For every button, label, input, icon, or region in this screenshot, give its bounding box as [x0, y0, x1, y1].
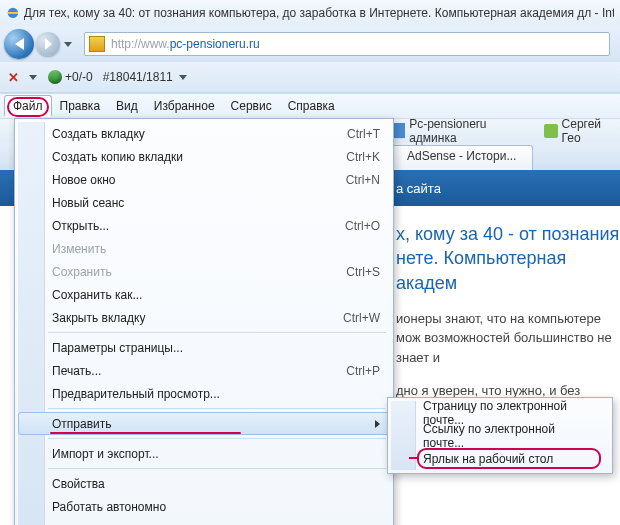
menu-item-label: Новое окно [52, 173, 346, 187]
menu-item-label: Работать автономно [52, 500, 380, 514]
bookmark-item[interactable]: Pc-pensioneru админка [390, 117, 530, 145]
file-menu-item[interactable]: Создать копию вкладкиCtrl+K [18, 145, 390, 168]
menu-item-label: Печать... [52, 364, 346, 378]
menu-item-label: Отправить [52, 417, 367, 431]
menu-item-label: Закрыть вкладку [52, 311, 343, 325]
chevron-down-icon [29, 75, 37, 80]
file-menu-item: СохранитьCtrl+S [18, 260, 390, 283]
menu-item-label: Ярлык на рабочий стол [423, 452, 553, 466]
bookmark-item[interactable]: Сергей Гео [544, 117, 620, 145]
counter-value: #18041/1811 [103, 70, 173, 84]
menu-item-shortcut: Ctrl+T [347, 127, 380, 141]
menu-help[interactable]: Справка [280, 96, 343, 116]
menu-item-label: Параметры страницы... [52, 341, 380, 355]
article-paragraph: ионеры знают, что на компьютере мож возм… [396, 309, 620, 368]
address-bar[interactable]: http://www. pc-pensioneru.ru [84, 32, 610, 56]
file-menu-item[interactable]: Импорт и экспорт... [18, 442, 390, 465]
forward-button[interactable] [36, 32, 60, 56]
menu-item-label: Создать копию вкладки [52, 150, 346, 164]
file-menu-item[interactable]: Печать...Ctrl+P [18, 359, 390, 382]
menu-view[interactable]: Вид [108, 96, 146, 116]
file-menu-item[interactable]: Свойства [18, 472, 390, 495]
menu-separator [48, 438, 386, 439]
send-submenu-item[interactable]: Ярлык на рабочий стол [391, 447, 609, 470]
globe-icon [47, 69, 63, 85]
menu-favorites[interactable]: Избранное [146, 96, 223, 116]
menu-item-label: Открыть... [52, 219, 345, 233]
close-toolbar-button[interactable]: ✕ [8, 70, 19, 85]
title-bar: Для тех, кому за 40: от познания компьют… [0, 0, 620, 26]
menu-item-shortcut: Ctrl+K [346, 150, 380, 164]
browser-tab[interactable]: AdSense - Истори... [390, 145, 533, 171]
menu-file[interactable]: Файл [4, 95, 52, 117]
toolbar-dropdown[interactable] [29, 75, 37, 80]
file-menu-item[interactable]: Предварительный просмотр... [18, 382, 390, 405]
send-submenu: Страницу по электронной почте...Ссылку п… [387, 397, 613, 474]
menu-item-label: Изменить [52, 242, 380, 256]
secondary-toolbar: ✕ +0/-0 #18041/1811 [0, 62, 620, 93]
chevron-down-icon [179, 75, 187, 80]
menu-item-label: Свойства [52, 477, 380, 491]
arrow-left-icon [15, 38, 24, 50]
url-protocol: http://www. [111, 37, 170, 51]
article-heading: х, кому за 40 - от познания нете. Компью… [396, 222, 620, 295]
zoom-indicator[interactable]: +0/-0 [47, 69, 93, 85]
menu-item-label: Новый сеанс [52, 196, 380, 210]
avatar-icon [544, 124, 557, 138]
menu-item-label: Предварительный просмотр... [52, 387, 380, 401]
file-menu-item[interactable]: Новое окноCtrl+N [18, 168, 390, 191]
back-button[interactable] [4, 29, 34, 59]
close-icon: ✕ [8, 70, 19, 85]
menu-item-shortcut: Ctrl+N [346, 173, 380, 187]
menu-item-label: Сохранить как... [52, 288, 380, 302]
menu-item-shortcut: Ctrl+W [343, 311, 380, 325]
menu-item-label: Импорт и экспорт... [52, 447, 380, 461]
file-menu-item[interactable]: Параметры страницы... [18, 336, 390, 359]
counter-indicator: #18041/1811 [103, 70, 187, 84]
file-menu-item[interactable]: Новый сеанс [18, 191, 390, 214]
nav-fragment[interactable]: а сайта [396, 181, 441, 196]
menu-tools[interactable]: Сервис [223, 96, 280, 116]
submenu-arrow-icon [375, 420, 380, 428]
file-menu-item[interactable]: Работать автономно [18, 495, 390, 518]
menu-item-shortcut: Ctrl+O [345, 219, 380, 233]
menu-item-shortcut: Ctrl+S [346, 265, 380, 279]
menu-edit[interactable]: Правка [52, 96, 109, 116]
page-favicon-icon [89, 36, 105, 52]
window-title: Для тех, кому за 40: от познания компьют… [24, 6, 614, 20]
file-menu-item[interactable]: Выход [18, 518, 390, 525]
menu-separator [48, 408, 386, 409]
file-menu-dropdown: Создать вкладкуCtrl+TСоздать копию вклад… [14, 118, 394, 525]
menu-separator [48, 468, 386, 469]
menu-item-shortcut: Ctrl+P [346, 364, 380, 378]
menu-separator [48, 332, 386, 333]
browser-window: Для тех, кому за 40: от познания компьют… [0, 0, 620, 525]
chevron-down-icon [64, 42, 72, 47]
file-menu-item[interactable]: Открыть...Ctrl+O [18, 214, 390, 237]
zoom-value: +0/-0 [65, 70, 93, 84]
url-host: pc-pensioneru.ru [170, 37, 260, 51]
file-menu-item[interactable]: Закрыть вкладкуCtrl+W [18, 306, 390, 329]
ie-logo-icon [6, 6, 20, 20]
menu-item-label: Ссылку по электронной почте... [423, 422, 599, 450]
file-menu-item: Изменить [18, 237, 390, 260]
file-menu-item[interactable]: Отправить [18, 412, 390, 435]
menu-bar: Файл Правка Вид Избранное Сервис Справка [0, 93, 620, 119]
navigation-bar: http://www. pc-pensioneru.ru [0, 26, 620, 62]
file-menu-item[interactable]: Сохранить как... [18, 283, 390, 306]
arrow-right-icon [45, 38, 52, 50]
send-submenu-item[interactable]: Ссылку по электронной почте... [391, 424, 609, 447]
menu-item-label: Сохранить [52, 265, 346, 279]
file-menu-item[interactable]: Создать вкладкуCtrl+T [18, 122, 390, 145]
menu-item-label: Создать вкладку [52, 127, 347, 141]
recent-pages-dropdown[interactable] [62, 32, 74, 56]
